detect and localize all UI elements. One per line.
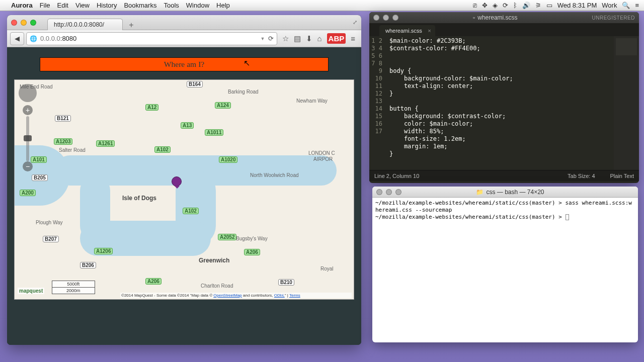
back-button[interactable]: ◀: [10, 32, 24, 45]
menu-window[interactable]: Window: [186, 2, 209, 9]
url-bar[interactable]: 🌐 0.0.0.0:8080 ▼ ⟳: [26, 32, 277, 45]
notifications-icon[interactable]: ≡: [635, 2, 639, 9]
odbl-link[interactable]: ODbL: [274, 293, 285, 298]
terminal-minimize-button[interactable]: [386, 189, 392, 195]
screencast-icon[interactable]: ⎚: [473, 2, 477, 9]
spotlight-icon[interactable]: 🔍: [622, 2, 630, 9]
unregistered-label: UNREGISTERED: [592, 15, 635, 21]
menubar-clock[interactable]: Wed 8:31 PM: [557, 2, 597, 9]
minimap[interactable]: [614, 36, 639, 170]
where-am-i-button[interactable]: Where am I?: [40, 57, 329, 71]
place-label: Barking Road: [228, 89, 259, 95]
macos-menubar: Aurora File Edit View History Bookmarks …: [0, 0, 644, 11]
close-button[interactable]: [11, 20, 17, 26]
road-label: B121: [55, 115, 71, 122]
editor-titlebar[interactable]: ▫whereami.scss UNREGISTERED: [369, 12, 639, 23]
zoom-out-button[interactable]: −: [23, 161, 33, 171]
road-label: B206: [80, 262, 96, 268]
readinglist-icon[interactable]: ▤: [294, 34, 301, 43]
zoom-button[interactable]: [30, 20, 36, 26]
map-brand: mapquest: [18, 288, 44, 294]
place-label: LONDON C: [308, 150, 335, 156]
volume-icon[interactable]: 🔊: [522, 2, 530, 9]
map-marker[interactable]: [172, 176, 182, 187]
battery-icon[interactable]: ▭: [546, 2, 552, 9]
zoom-in-button[interactable]: +: [23, 105, 33, 115]
editor-statusbar: Line 2, Column 10 Tab Size: 4 Plain Text: [369, 170, 639, 181]
reload-icon[interactable]: ⟳: [268, 35, 274, 42]
place-label: North Woolwich Road: [250, 172, 299, 178]
terminal-close-button[interactable]: [376, 189, 382, 195]
minimize-button[interactable]: [21, 20, 27, 26]
dropbox-icon[interactable]: ◈: [493, 2, 498, 9]
editor-tabs: whereami.scss ×: [369, 23, 639, 36]
zoom-thumb[interactable]: [24, 135, 32, 141]
osm-link[interactable]: OpenStreetMap: [213, 293, 242, 298]
scale-feet: 5000ft: [52, 281, 95, 288]
road-label: A124: [215, 102, 231, 109]
app-menu[interactable]: Aurora: [11, 2, 33, 9]
hamburger-menu-icon[interactable]: ≡: [351, 34, 355, 43]
road-label: B164: [187, 81, 203, 87]
terminal-title: css — bash — 74×20: [486, 189, 544, 196]
road-label: A12: [145, 104, 158, 111]
road-label: A1203: [54, 138, 72, 145]
folder-icon: 📁: [476, 189, 484, 196]
tab-close-icon[interactable]: ×: [428, 28, 431, 34]
downloads-icon[interactable]: ⬇: [306, 34, 312, 43]
browser-tab[interactable]: http://0.0.0.0:8080/: [47, 19, 123, 30]
home-icon[interactable]: ⌂: [317, 34, 322, 43]
place-label: Isle of Dogs: [122, 195, 156, 202]
code-area[interactable]: 1 2 3 4 5 6 7 8 9 10 11 12 13 14 15 16 1…: [369, 36, 639, 170]
menu-bookmarks[interactable]: Bookmarks: [124, 2, 156, 9]
status-position[interactable]: Line 2, Column 10: [374, 173, 419, 179]
road-label: A2052: [218, 234, 236, 240]
terminal-titlebar[interactable]: 📁css — bash — 74×20: [372, 187, 638, 198]
zoom-slider[interactable]: [26, 116, 29, 161]
menu-file[interactable]: File: [40, 2, 50, 9]
place-label: Plough Way: [36, 220, 63, 225]
status-tabsize[interactable]: Tab Size: 4: [568, 173, 595, 179]
status-language[interactable]: Plain Text: [610, 173, 634, 179]
browser-toolbar: ◀ 🌐 0.0.0.0:8080 ▼ ⟳ ☆ ▤ ⬇ ⌂ ABP ≡: [7, 30, 361, 47]
road-label: A13: [181, 122, 194, 129]
editor-minimize-button[interactable]: [383, 15, 389, 21]
window-controls: [11, 20, 36, 26]
road-label: A206: [244, 249, 260, 255]
adblock-icon[interactable]: ABP: [327, 33, 346, 44]
place-label: Greenwich: [199, 257, 229, 264]
map-canvas[interactable]: A12A124A13A1011A1203A1261A102A1020A200A1…: [14, 79, 354, 300]
compass-icon[interactable]: [19, 84, 37, 102]
terminal-zoom-button[interactable]: [395, 189, 401, 195]
browser-titlebar[interactable]: http://0.0.0.0:8080/ + ⤢: [7, 15, 361, 30]
place-label: Newham Way: [296, 98, 328, 104]
editor-tab-label: whereami.scss: [385, 28, 422, 34]
bluetooth-icon[interactable]: ᛒ: [513, 2, 517, 9]
menu-view[interactable]: View: [75, 2, 90, 9]
terminal-body[interactable]: ~/mozilla/example-websites/whereami/stat…: [372, 198, 638, 342]
menu-edit[interactable]: Edit: [57, 2, 68, 9]
editor-zoom-button[interactable]: [392, 15, 398, 21]
timer-icon[interactable]: ⟳: [503, 2, 508, 9]
menu-help[interactable]: Help: [216, 2, 230, 9]
menu-history[interactable]: History: [97, 2, 117, 9]
wifi-icon[interactable]: ⚞: [535, 2, 541, 9]
road-label: A1261: [96, 140, 115, 147]
browser-window: http://0.0.0.0:8080/ + ⤢ ◀ 🌐 0.0.0.0:808…: [7, 15, 361, 345]
road-label: B205: [32, 174, 48, 181]
terms-link[interactable]: Terms: [289, 293, 300, 298]
url-dropdown-icon[interactable]: ▼: [261, 36, 265, 41]
line-gutter: 1 2 3 4 5 6 7 8 9 10 11 12 13 14 15 16 1…: [369, 36, 385, 170]
menu-tools[interactable]: Tools: [164, 2, 179, 9]
fullscreen-icon[interactable]: ⤢: [353, 19, 357, 26]
new-tab-button[interactable]: +: [126, 20, 137, 30]
editor-tab[interactable]: whereami.scss ×: [379, 25, 435, 36]
road-label: A102: [183, 208, 199, 214]
map-controls: + −: [19, 84, 38, 172]
sync-icon[interactable]: ✥: [482, 2, 488, 9]
code-text[interactable]: $main-color: #2C393B; $contrast-color: #…: [385, 36, 614, 170]
url-port: :8080: [60, 35, 77, 42]
bookmark-star-icon[interactable]: ☆: [282, 34, 289, 43]
editor-close-button[interactable]: [373, 15, 379, 21]
menubar-work[interactable]: Work: [602, 2, 617, 9]
